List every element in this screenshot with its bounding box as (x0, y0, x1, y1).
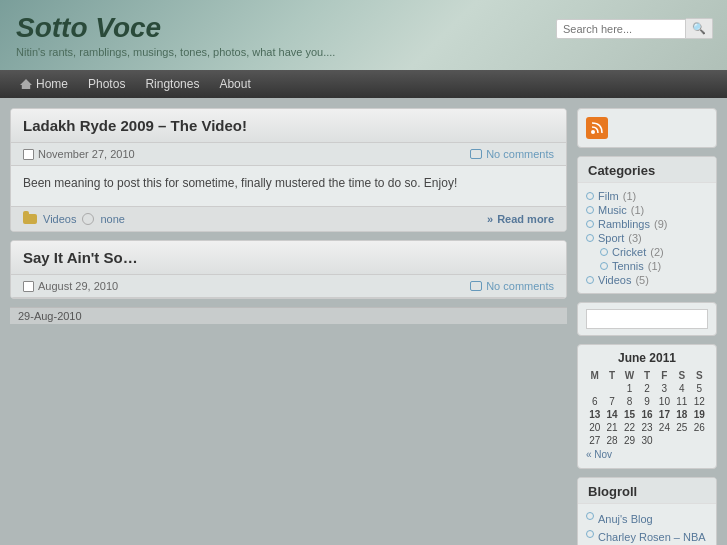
cal-day[interactable]: 25 (673, 421, 690, 434)
cat-label[interactable]: Music (598, 204, 627, 216)
cat-count: (9) (654, 218, 667, 230)
category-item[interactable]: Videos (5) (586, 273, 708, 287)
cal-day[interactable]: 26 (691, 421, 708, 434)
cal-day[interactable]: 13 (586, 408, 603, 421)
post-content: Been meaning to post this for sometime, … (23, 176, 457, 190)
category-item[interactable]: Sport (3) (586, 231, 708, 245)
cal-day[interactable]: 15 (621, 408, 638, 421)
cat-label[interactable]: Cricket (612, 246, 646, 258)
search-button[interactable]: 🔍 (686, 18, 713, 39)
cal-day[interactable]: 4 (673, 382, 690, 395)
cal-day[interactable]: 29 (621, 434, 638, 447)
cal-day[interactable]: 12 (691, 395, 708, 408)
calendar-icon (23, 149, 34, 160)
link-icon (586, 512, 594, 520)
cal-day[interactable]: 21 (603, 421, 620, 434)
cal-day (673, 434, 690, 447)
category-item-sub[interactable]: Tennis (1) (586, 259, 708, 273)
cal-day[interactable]: 19 (691, 408, 708, 421)
nav-about[interactable]: About (209, 71, 260, 97)
cat-label[interactable]: Ramblings (598, 218, 650, 230)
cal-day[interactable]: 10 (656, 395, 673, 408)
post-date-area: August 29, 2010 (23, 280, 118, 292)
main-layout: Ladakh Ryde 2009 – The Video! November 2… (0, 98, 727, 545)
calendar-widget: June 2011 M T W T F S S (577, 344, 717, 469)
cal-day[interactable]: 5 (691, 382, 708, 395)
post-category[interactable]: Videos (43, 213, 76, 225)
cal-day[interactable]: 27 (586, 434, 603, 447)
nav-home[interactable]: Home (10, 71, 78, 97)
cat-label[interactable]: Film (598, 190, 619, 202)
site-tagline: Nitin's rants, ramblings, musings, tones… (16, 46, 711, 58)
post-body: Been meaning to post this for sometime, … (11, 166, 566, 206)
cal-day[interactable]: 18 (673, 408, 690, 421)
post-comments[interactable]: No comments (486, 280, 554, 292)
search-box[interactable]: 🔍 (556, 18, 713, 39)
cat-count: (3) (628, 232, 641, 244)
cal-day[interactable]: 24 (656, 421, 673, 434)
cal-day[interactable]: 8 (621, 395, 638, 408)
nav-ringtones[interactable]: Ringtones (135, 71, 209, 97)
cal-day[interactable]: 28 (603, 434, 620, 447)
cal-day[interactable]: 2 (638, 382, 655, 395)
content-area: Ladakh Ryde 2009 – The Video! November 2… (10, 108, 567, 324)
category-item[interactable]: Ramblings (9) (586, 217, 708, 231)
readmore-arrows: » (487, 213, 493, 225)
cal-day[interactable]: 14 (603, 408, 620, 421)
cat-label[interactable]: Tennis (612, 260, 644, 272)
cal-day[interactable]: 1 (621, 382, 638, 395)
cal-header: M (586, 369, 603, 382)
cat-count: (1) (631, 204, 644, 216)
read-more-area[interactable]: » Read more (487, 213, 554, 225)
post-tag: none (100, 213, 124, 225)
cal-day[interactable]: 17 (656, 408, 673, 421)
cal-prev[interactable]: « Nov (586, 449, 612, 460)
cat-count: (1) (648, 260, 661, 272)
cal-day[interactable]: 6 (586, 395, 603, 408)
post-meta: November 27, 2010 No comments (11, 143, 566, 166)
category-item[interactable]: Film (1) (586, 189, 708, 203)
cal-day[interactable]: 3 (656, 382, 673, 395)
cal-day[interactable]: 11 (673, 395, 690, 408)
cal-day (586, 382, 603, 395)
tag-icon (82, 213, 94, 225)
cal-day[interactable]: 16 (638, 408, 655, 421)
search-input[interactable] (556, 19, 686, 39)
blogroll-label[interactable]: Anuj's Blog (598, 512, 653, 526)
sidebar: Categories Film (1) Music (1) Ramblings … (577, 108, 717, 545)
cal-day (691, 434, 708, 447)
post-comments-area[interactable]: No comments (470, 280, 554, 292)
cat-label[interactable]: Sport (598, 232, 624, 244)
post-comments[interactable]: No comments (486, 148, 554, 160)
rss-icon[interactable] (586, 117, 608, 139)
post-date-area: November 27, 2010 (23, 148, 135, 160)
cal-header: S (673, 369, 690, 382)
cal-header: S (691, 369, 708, 382)
cat-icon (586, 220, 594, 228)
read-more-link[interactable]: Read more (497, 213, 554, 225)
post-title[interactable]: Ladakh Ryde 2009 – The Video! (23, 117, 247, 134)
post-title[interactable]: Say It Ain't So… (23, 249, 138, 266)
comment-icon (470, 281, 482, 291)
cal-day[interactable]: 9 (638, 395, 655, 408)
cal-day[interactable]: 23 (638, 421, 655, 434)
category-item-sub[interactable]: Cricket (2) (586, 245, 708, 259)
post-title-bar: Ladakh Ryde 2009 – The Video! (11, 109, 566, 143)
calendar-table: M T W T F S S 1 (586, 369, 708, 447)
sidebar-search-input[interactable] (586, 309, 708, 329)
post-comments-area[interactable]: No comments (470, 148, 554, 160)
blogroll-label[interactable]: Charley Rosen – NBA (598, 530, 706, 544)
post-card: Ladakh Ryde 2009 – The Video! November 2… (10, 108, 567, 232)
cat-label[interactable]: Videos (598, 274, 631, 286)
category-item[interactable]: Music (1) (586, 203, 708, 217)
blogroll-item[interactable]: Charley Rosen – NBA (586, 528, 708, 545)
post-tags-area: Videos none (23, 213, 125, 225)
cal-day[interactable]: 30 (638, 434, 655, 447)
cal-day[interactable]: 22 (621, 421, 638, 434)
cal-day (656, 434, 673, 447)
nav-photos[interactable]: Photos (78, 71, 135, 97)
blogroll-item[interactable]: Anuj's Blog (586, 510, 708, 528)
cat-icon (600, 248, 608, 256)
cal-day[interactable]: 20 (586, 421, 603, 434)
cal-day[interactable]: 7 (603, 395, 620, 408)
